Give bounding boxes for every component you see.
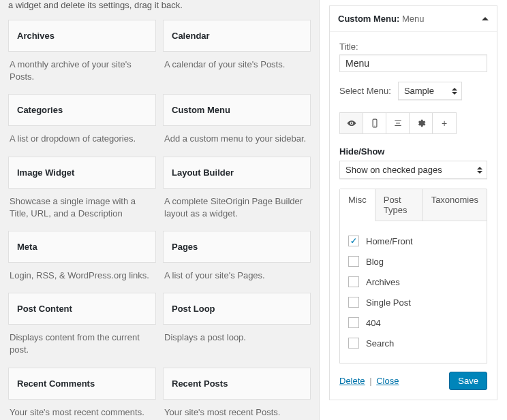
caret-up-icon bbox=[482, 17, 489, 20]
check-row: Blog bbox=[348, 251, 478, 272]
widget-grid: Archives A monthly archive of your site'… bbox=[8, 20, 311, 420]
widget-title: Layout Builder bbox=[172, 167, 302, 178]
widget-header[interactable]: Image Widget bbox=[8, 157, 156, 189]
select-value: Show on checked pages bbox=[340, 161, 487, 178]
widget-item: Post Content Displays content from the c… bbox=[8, 293, 156, 360]
save-button[interactable]: Save bbox=[449, 372, 487, 390]
widget-description: Showcase a single image with a Title, UR… bbox=[8, 189, 156, 224]
gear-icon bbox=[416, 118, 426, 128]
config-title-prefix: Custom Menu: bbox=[338, 14, 399, 24]
widget-title: Post Loop bbox=[172, 304, 302, 314]
check-row: Single Post bbox=[348, 292, 478, 312]
checkbox-label: 404 bbox=[366, 318, 381, 328]
widget-description: Your site's most recent comments. bbox=[8, 400, 156, 421]
widget-item: Recent Posts Your site's most recent Pos… bbox=[163, 368, 311, 421]
checkbox-label: Single Post bbox=[366, 297, 411, 308]
checkbox-blog[interactable] bbox=[348, 256, 359, 267]
select-arrows-icon bbox=[452, 88, 457, 95]
display-toolbar: + bbox=[339, 112, 457, 134]
widget-header[interactable]: Recent Posts bbox=[163, 368, 311, 400]
widget-header[interactable]: Recent Comments bbox=[8, 368, 156, 400]
checkbox-404[interactable] bbox=[348, 317, 359, 328]
config-body: Title: Select Menu: Sample bbox=[330, 32, 497, 400]
checkbox-search[interactable] bbox=[348, 338, 359, 349]
widget-description: Displays a post loop. bbox=[163, 325, 311, 348]
check-row: ✓ Home/Front bbox=[348, 231, 478, 251]
widget-header[interactable]: Calendar bbox=[163, 20, 311, 52]
tab-content-misc: ✓ Home/Front Blog Archives Single Post bbox=[339, 221, 487, 364]
widget-title: Pages bbox=[172, 242, 302, 252]
widget-header[interactable]: Post Loop bbox=[163, 293, 311, 325]
widget-header[interactable]: Custom Menu bbox=[163, 94, 311, 126]
mobile-icon bbox=[370, 118, 380, 128]
check-row: Archives bbox=[348, 272, 478, 292]
widget-header[interactable]: Meta bbox=[8, 231, 156, 263]
widget-item: Archives A monthly archive of your site'… bbox=[8, 20, 156, 87]
widget-item: Categories A list or dropdown of categor… bbox=[8, 94, 156, 149]
checkbox-home-front[interactable]: ✓ bbox=[348, 236, 359, 246]
config-footer: Delete | Close Save bbox=[339, 372, 487, 390]
widget-config-header[interactable]: Custom Menu: Menu bbox=[330, 6, 497, 32]
config-title-suffix: Menu bbox=[402, 14, 425, 24]
checkbox-label: Archives bbox=[366, 277, 400, 287]
checkbox-label: Search bbox=[366, 338, 394, 349]
widget-description: A monthly archive of your site's Posts. bbox=[8, 52, 156, 87]
tab-taxonomies[interactable]: Taxonomies bbox=[423, 189, 487, 221]
widget-title: Meta bbox=[17, 242, 147, 252]
widget-item: Custom Menu Add a custom menu to your si… bbox=[163, 94, 311, 149]
hideshow-label: Hide/Show bbox=[339, 146, 487, 157]
widget-description: A complete SiteOrigin Page Builder layou… bbox=[163, 189, 311, 224]
widget-title: Custom Menu bbox=[172, 105, 302, 115]
widget-header[interactable]: Layout Builder bbox=[163, 157, 311, 189]
widget-item: Meta Login, RSS, & WordPress.org links. bbox=[8, 231, 156, 286]
widget-description: Login, RSS, & WordPress.org links. bbox=[8, 263, 156, 286]
settings-tab-button[interactable] bbox=[410, 113, 433, 133]
checkbox-archives[interactable] bbox=[348, 276, 359, 287]
link-separator: | bbox=[369, 376, 371, 386]
widget-description: Displays content from the current post. bbox=[8, 325, 156, 360]
checkbox-label: Home/Front bbox=[366, 236, 413, 246]
widget-description: Add a custom menu to your sidebar. bbox=[163, 126, 311, 149]
widget-title: Recent Posts bbox=[172, 378, 302, 389]
tab-misc[interactable]: Misc bbox=[340, 189, 375, 221]
widget-title: Categories bbox=[17, 105, 147, 115]
title-input[interactable] bbox=[339, 54, 487, 72]
widget-title: Calendar bbox=[172, 31, 302, 41]
title-label: Title: bbox=[339, 42, 487, 52]
close-link[interactable]: Close bbox=[376, 376, 399, 386]
delete-link[interactable]: Delete bbox=[339, 376, 365, 386]
visibility-tab-button[interactable] bbox=[340, 113, 363, 133]
widget-title: Archives bbox=[17, 31, 147, 41]
intro-text: a widget and delete its settings, drag i… bbox=[8, 0, 311, 10]
plus-icon: + bbox=[442, 118, 447, 129]
widget-title: Post Content bbox=[17, 304, 147, 314]
widget-item: Recent Comments Your site's most recent … bbox=[8, 368, 156, 421]
widget-header[interactable]: Post Content bbox=[8, 293, 156, 325]
widget-description: A list or dropdown of categories. bbox=[8, 126, 156, 149]
devices-tab-button[interactable] bbox=[363, 113, 386, 133]
eye-icon bbox=[347, 118, 356, 128]
widget-item: Calendar A calendar of your site's Posts… bbox=[163, 20, 311, 87]
select-arrows-icon bbox=[477, 167, 482, 174]
select-menu-dropdown[interactable]: Sample bbox=[398, 82, 462, 100]
widget-title: Recent Comments bbox=[17, 378, 147, 389]
align-center-icon bbox=[393, 118, 403, 128]
widget-item: Pages A list of your site's Pages. bbox=[163, 231, 311, 286]
alignment-tab-button[interactable] bbox=[386, 113, 410, 133]
widget-item: Post Loop Displays a post loop. bbox=[163, 293, 311, 360]
add-tab-button[interactable]: + bbox=[433, 113, 456, 133]
tab-post-types[interactable]: Post Types bbox=[375, 189, 423, 221]
widget-item: Image Widget Showcase a single image wit… bbox=[8, 157, 156, 224]
widget-header[interactable]: Pages bbox=[163, 231, 311, 263]
widget-header[interactable]: Archives bbox=[8, 20, 156, 52]
widget-header[interactable]: Categories bbox=[8, 94, 156, 126]
checkbox-single-post[interactable] bbox=[348, 297, 359, 308]
widget-title: Image Widget bbox=[17, 167, 147, 178]
widget-description: Your site's most recent Posts. bbox=[163, 400, 311, 421]
hideshow-dropdown[interactable]: Show on checked pages bbox=[339, 161, 487, 179]
checkbox-label: Blog bbox=[366, 257, 384, 267]
widget-config-panel: Custom Menu: Menu Title: Select Menu: Sa… bbox=[319, 0, 507, 420]
select-menu-label: Select Menu: bbox=[339, 86, 391, 96]
widget-description: A list of your site's Pages. bbox=[163, 263, 311, 286]
available-widgets-panel: a widget and delete its settings, drag i… bbox=[0, 0, 319, 420]
